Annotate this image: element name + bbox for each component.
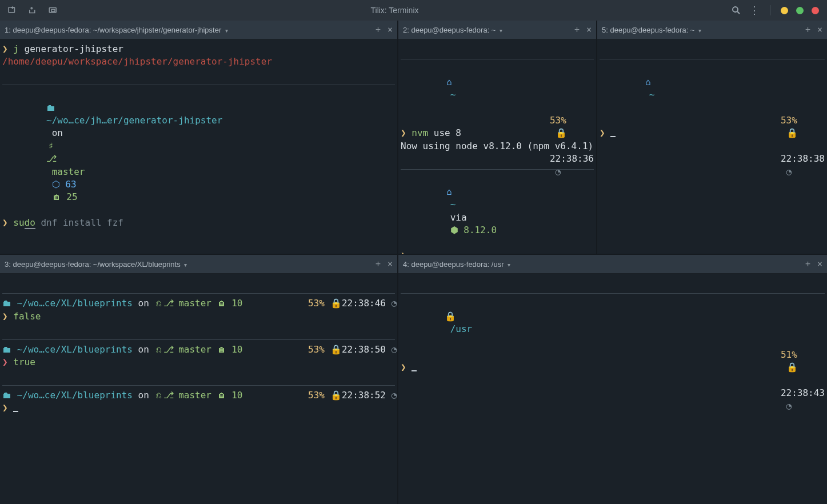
clock-icon: ◔ (550, 166, 559, 178)
branch-icon: ⎇ (163, 389, 173, 402)
pane-add-button[interactable]: + (805, 259, 810, 269)
prompt-line: 🖿 ~/wo…ce/XL/blueprints on ⎌⎇ master 🏠︎ … (2, 389, 395, 402)
cursor (411, 370, 417, 371)
terminal-pane-5[interactable]: 5: deepu@deepus-fedora: ~ ▾ + × ⌂ ~ 53% … (597, 21, 827, 255)
battery-icon: 🔒 (325, 297, 334, 310)
branch-icon: ⎇ (163, 297, 173, 310)
stash-icon: 🏠︎ (217, 343, 226, 356)
svg-point-5 (733, 7, 738, 12)
home-icon: ⌂ (644, 76, 653, 89)
dropdown-icon[interactable]: ▾ (506, 262, 511, 268)
window-titlebar: Tilix: Terminix ⋮ (0, 0, 827, 21)
pane-close-button[interactable]: × (817, 25, 822, 35)
dropdown-icon[interactable]: ▾ (223, 27, 228, 34)
new-tab-icon[interactable] (27, 5, 38, 15)
git-icon: ⎌ (154, 389, 163, 402)
git-icon: ⎌ (154, 343, 163, 356)
pane-5-terminal[interactable]: ⌂ ~ 53% 🔒 22:38:38 ◔ ❯ (597, 39, 827, 254)
folder-icon: 🖿 (2, 297, 11, 310)
terminal-pane-3[interactable]: 3: deepu@deepus-fedora: ~/workspace/XL/b… (0, 255, 398, 504)
pane-close-button[interactable]: × (586, 25, 592, 35)
stash-icon: 🏠︎ (217, 389, 226, 402)
titlebar-left-icons (0, 5, 58, 15)
command-line[interactable]: ❯ (2, 402, 395, 414)
github-icon: ♯ (46, 140, 55, 153)
pane-add-button[interactable]: + (574, 25, 580, 35)
prompt-divider (2, 293, 395, 294)
pane-add-button[interactable]: + (805, 25, 810, 35)
pane-5-tabbar: 5: deepu@deepus-fedora: ~ ▾ + × (597, 21, 827, 39)
prompt-divider (600, 59, 825, 59)
pane-4-tabbar: 4: deepu@deepus-fedora: /usr ▾ + × (398, 255, 827, 274)
pane-close-button[interactable]: × (387, 25, 393, 35)
dropdown-icon[interactable]: ▾ (498, 27, 502, 34)
prompt-divider (2, 385, 395, 386)
clock-icon: ◔ (386, 297, 395, 310)
clock-icon: ◔ (386, 343, 395, 356)
battery-icon: 🔒 (781, 127, 790, 139)
dropdown-icon[interactable]: ▾ (183, 262, 187, 268)
cursor (13, 411, 18, 412)
separator (770, 5, 770, 15)
pane-add-button[interactable]: + (375, 259, 381, 269)
window-title: Tilix: Terminix (58, 6, 731, 15)
folder-icon: 🖿 (2, 389, 11, 402)
pane-2-terminal[interactable]: ⌂ ~ 53% 🔒 22:38:36 ◔ ❯ nvm use 8 Now usi… (398, 39, 596, 254)
window-minimize-button[interactable] (781, 7, 788, 14)
search-icon[interactable] (731, 5, 741, 15)
terminal-panes-grid: 1: deepu@deepus-fedora: ~/workspace/jhip… (0, 21, 827, 504)
command-line[interactable]: ❯ false (2, 310, 395, 323)
pane-5-title[interactable]: 5: deepu@deepus-fedora: ~ ▾ (602, 26, 802, 34)
terminal-pane-1[interactable]: 1: deepu@deepus-fedora: ~/workspace/jhip… (0, 21, 398, 255)
home-icon: ⌂ (445, 186, 454, 198)
prompt-divider (401, 293, 825, 294)
battery-icon: 🔒 (325, 389, 334, 402)
pane-4-title[interactable]: 4: deepu@deepus-fedora: /usr ▾ (403, 260, 802, 269)
stash-icon: 🏠︎ (217, 297, 226, 310)
battery-icon: 🔒 (781, 361, 790, 374)
prompt-line: 🖿 ~/wo…ce/XL/blueprints on ⎌⎇ master 🏠︎ … (2, 343, 395, 356)
git-icon: ⎌ (154, 297, 163, 310)
battery-icon: 🔒 (325, 343, 334, 356)
pane-close-button[interactable]: × (387, 259, 393, 269)
terminal-pane-2[interactable]: 2: deepu@deepus-fedora: ~ ▾ + × ⌂ ~ 53% … (398, 21, 597, 255)
pane-2-title[interactable]: 2: deepu@deepus-fedora: ~ ▾ (403, 26, 571, 34)
window-close-button[interactable] (812, 7, 819, 14)
home-icon: ⌂ (445, 76, 454, 89)
clock-icon: ◔ (386, 389, 395, 402)
pane-close-button[interactable]: × (817, 259, 822, 269)
prompt-divider (2, 85, 395, 85)
branch-icon: ⎇ (46, 153, 55, 165)
dropdown-icon[interactable]: ▾ (697, 27, 701, 34)
prompt-divider (2, 339, 395, 340)
cursor (610, 136, 616, 137)
pane-1-title[interactable]: 1: deepu@deepus-fedora: ~/workspace/jhip… (5, 26, 372, 34)
prompt-divider (401, 59, 594, 59)
titlebar-right: ⋮ (731, 5, 827, 15)
menu-icon[interactable]: ⋮ (749, 5, 760, 15)
lock-icon: 🔒 (445, 310, 454, 323)
branch-icon: ⎇ (163, 343, 173, 356)
prompt-line: 🖿 ~/wo…ce/XL/blueprints on ⎌⎇ master 🏠︎ … (2, 297, 395, 310)
folder-icon: 🖿 (46, 102, 55, 114)
svg-line-6 (737, 11, 740, 14)
clock-icon: ◔ (781, 400, 790, 413)
folder-icon: 🖿 (2, 343, 11, 356)
layout-icon[interactable] (48, 5, 58, 15)
svg-rect-4 (51, 10, 55, 12)
pane-3-terminal[interactable]: 🖿 ~/wo…ce/XL/blueprints on ⎌⎇ master 🏠︎ … (0, 274, 397, 504)
terminal-pane-4[interactable]: 4: deepu@deepus-fedora: /usr ▾ + × 🔒 /us… (398, 255, 827, 504)
pane-2-tabbar: 2: deepu@deepus-fedora: ~ ▾ + × (398, 21, 596, 39)
pane-4-terminal[interactable]: 🔒 /usr 51% 🔒 22:38:43 ◔ ❯ (398, 274, 827, 504)
pane-1-terminal[interactable]: ❯ j generator-jhipster /home/deepu/works… (0, 39, 397, 254)
command-line[interactable]: ❯ true (2, 356, 395, 369)
clock-icon: ◔ (781, 166, 790, 178)
pane-add-button[interactable]: + (375, 25, 381, 35)
battery-icon: 🔒 (550, 127, 559, 139)
pane-3-tabbar: 3: deepu@deepus-fedora: ~/workspace/XL/b… (0, 255, 397, 274)
new-window-icon[interactable] (7, 5, 17, 15)
pane-1-tabbar: 1: deepu@deepus-fedora: ~/workspace/jhip… (0, 21, 397, 39)
window-maximize-button[interactable] (796, 7, 804, 14)
pane-3-title[interactable]: 3: deepu@deepus-fedora: ~/workspace/XL/b… (5, 260, 372, 269)
